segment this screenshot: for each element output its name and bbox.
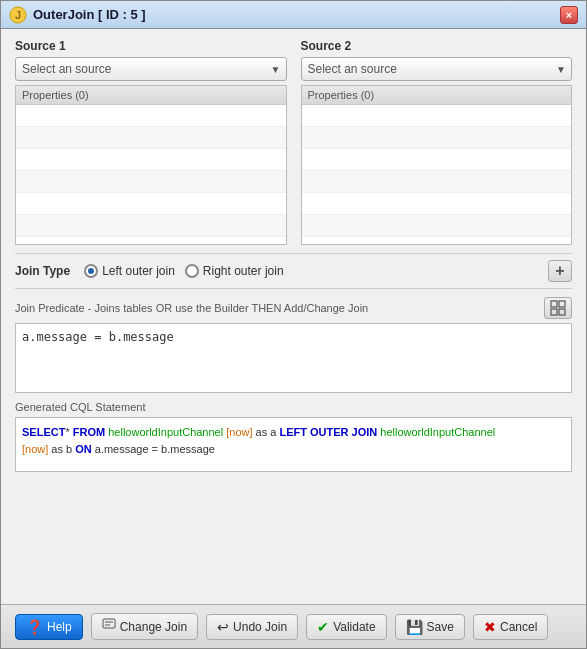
source1-dropdown-wrapper: Select an source ▼ <box>15 57 287 81</box>
change-join-label: Change Join <box>120 620 187 634</box>
generated-label: Generated CQL Statement <box>15 401 572 413</box>
cql-condition: a.message = b.message <box>92 443 215 455</box>
prop-row <box>302 193 572 215</box>
builder-button[interactable] <box>544 297 572 319</box>
undo-join-button[interactable]: ↩ Undo Join <box>206 614 298 640</box>
change-icon-svg <box>102 618 116 632</box>
source2-dropdown[interactable]: Select an source <box>301 57 573 81</box>
source1-properties-box: Properties (0) <box>15 85 287 245</box>
left-outer-join-label: Left outer join <box>102 264 175 278</box>
save-button[interactable]: 💾 Save <box>395 614 465 640</box>
help-button[interactable]: ❓ Help <box>15 614 83 640</box>
help-icon: ❓ <box>26 619 43 635</box>
window-title: OuterJoin [ ID : 5 ] <box>33 7 146 22</box>
left-outer-join-option[interactable]: Left outer join <box>84 264 175 278</box>
prop-row <box>302 149 572 171</box>
source2-panel: Source 2 Select an source ▼ Properties (… <box>301 39 573 245</box>
prop-row <box>302 127 572 149</box>
cancel-label: Cancel <box>500 620 537 634</box>
prop-row <box>302 105 572 127</box>
builder-icon <box>550 300 566 316</box>
source1-properties-header: Properties (0) <box>16 86 286 105</box>
close-button[interactable]: × <box>560 6 578 24</box>
source2-properties-box: Properties (0) <box>301 85 573 245</box>
svg-rect-3 <box>559 301 565 307</box>
cql-channel1: helloworldInputChannel <box>108 426 223 438</box>
source2-label: Source 2 <box>301 39 573 53</box>
change-join-icon <box>102 618 116 635</box>
prop-row <box>16 149 286 171</box>
predicate-header: Join Predicate - Joins tables OR use the… <box>15 297 572 319</box>
prop-row <box>302 171 572 193</box>
source1-label: Source 1 <box>15 39 287 53</box>
svg-text:J: J <box>15 9 21 21</box>
outer-join-window: J OuterJoin [ ID : 5 ] × Source 1 Select… <box>0 0 587 649</box>
cql-time1: [now] <box>226 426 252 438</box>
source1-panel: Source 1 Select an source ▼ Properties (… <box>15 39 287 245</box>
prop-row <box>16 215 286 237</box>
prop-row <box>302 215 572 237</box>
cql-on: ON <box>75 443 92 455</box>
cancel-icon: ✖ <box>484 619 496 635</box>
cql-left: LEFT OUTER JOIN <box>279 426 377 438</box>
cql-star: * <box>65 426 72 438</box>
validate-icon: ✔ <box>317 619 329 635</box>
svg-rect-4 <box>551 309 557 315</box>
predicate-label: Join Predicate - Joins tables OR use the… <box>15 302 368 314</box>
cql-time2: [now] <box>22 443 48 455</box>
title-bar-left: J OuterJoin [ ID : 5 ] <box>9 6 146 24</box>
title-bar: J OuterJoin [ ID : 5 ] × <box>1 1 586 29</box>
svg-rect-2 <box>551 301 557 307</box>
save-icon: 💾 <box>406 619 423 635</box>
cql-as2: as b <box>48 443 75 455</box>
cql-box: SELECT* FROM helloworldInputChannel [now… <box>15 417 572 472</box>
cql-as1: as a <box>253 426 280 438</box>
cql-select: SELECT <box>22 426 65 438</box>
footer: ❓ Help Change Join ↩ Undo Join ✔ Validat… <box>1 604 586 648</box>
prop-row <box>16 171 286 193</box>
source2-dropdown-wrapper: Select an source ▼ <box>301 57 573 81</box>
save-label: Save <box>427 620 454 634</box>
validate-label: Validate <box>333 620 375 634</box>
svg-rect-5 <box>559 309 565 315</box>
generated-section: Generated CQL Statement SELECT* FROM hel… <box>15 401 572 472</box>
cql-channel2: helloworldInputChannel <box>380 426 495 438</box>
right-outer-join-option[interactable]: Right outer join <box>185 264 284 278</box>
prop-row <box>16 127 286 149</box>
cancel-button[interactable]: ✖ Cancel <box>473 614 548 640</box>
validate-button[interactable]: ✔ Validate <box>306 614 386 640</box>
right-outer-join-radio[interactable] <box>185 264 199 278</box>
source2-properties-rows <box>302 105 572 237</box>
prop-row <box>16 105 286 127</box>
cql-from: FROM <box>73 426 105 438</box>
window-icon: J <box>9 6 27 24</box>
left-outer-join-radio[interactable] <box>84 264 98 278</box>
sources-row: Source 1 Select an source ▼ Properties (… <box>15 39 572 245</box>
undo-join-label: Undo Join <box>233 620 287 634</box>
svg-rect-6 <box>103 619 115 628</box>
predicate-section: Join Predicate - Joins tables OR use the… <box>15 297 572 393</box>
main-content: Source 1 Select an source ▼ Properties (… <box>1 29 586 604</box>
join-type-label: Join Type <box>15 264 70 278</box>
right-outer-join-label: Right outer join <box>203 264 284 278</box>
source2-properties-header: Properties (0) <box>302 86 572 105</box>
undo-join-icon: ↩ <box>217 619 229 635</box>
source1-dropdown[interactable]: Select an source <box>15 57 287 81</box>
predicate-editor[interactable]: a.message = b.message <box>15 323 572 393</box>
change-join-button[interactable]: Change Join <box>91 613 198 640</box>
add-button[interactable]: + <box>548 260 572 282</box>
prop-row <box>16 193 286 215</box>
source1-properties-rows <box>16 105 286 237</box>
help-label: Help <box>47 620 72 634</box>
join-type-row: Join Type Left outer join Right outer jo… <box>15 253 572 289</box>
